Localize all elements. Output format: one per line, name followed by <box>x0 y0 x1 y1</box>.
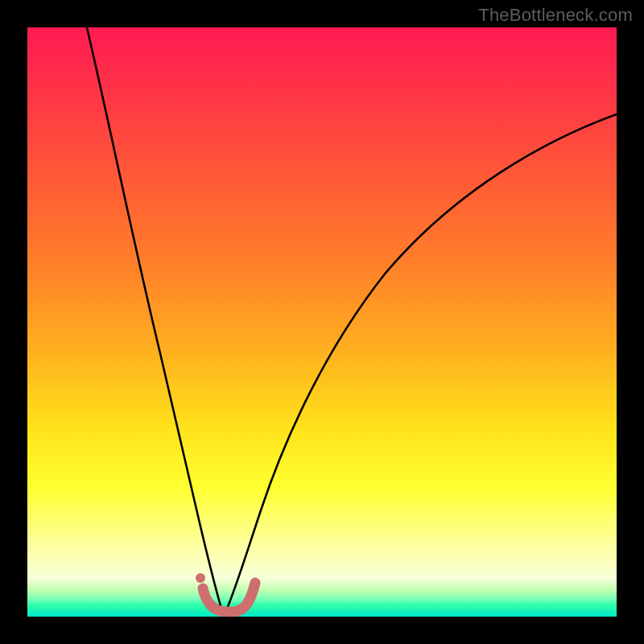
left-curve <box>85 27 224 617</box>
chart-frame: TheBottleneck.com <box>0 0 644 644</box>
curves-svg <box>27 27 617 617</box>
trough-dot <box>196 573 205 583</box>
right-curve <box>224 112 617 617</box>
plot-area <box>27 27 617 617</box>
attribution-label: TheBottleneck.com <box>478 5 633 26</box>
trough-marker <box>203 583 255 612</box>
